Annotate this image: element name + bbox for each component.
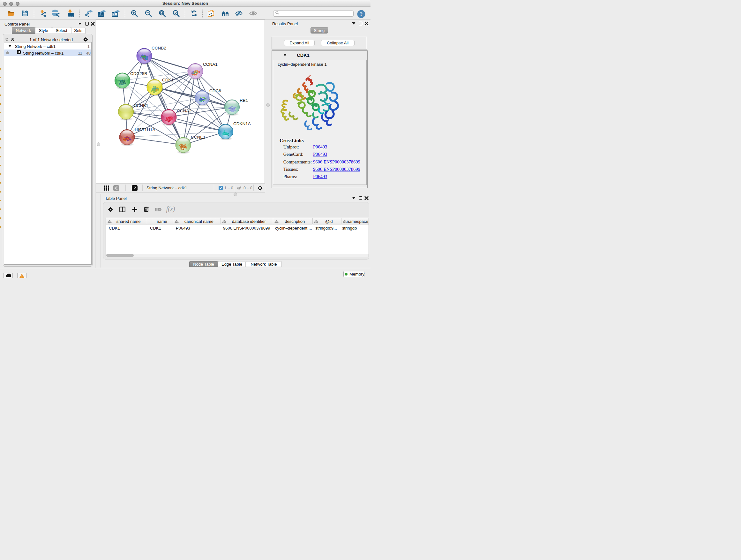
svg-text:CCNE1: CCNE1 [191,135,205,139]
svg-text:?: ? [360,11,363,17]
svg-text:HIST1H1A: HIST1H1A [135,127,155,132]
svg-text:CDKN1A: CDKN1A [233,121,251,126]
svg-text:CDC6: CDC6 [209,88,221,93]
svg-text:CCNA1: CCNA1 [203,62,218,67]
svg-text:CCNB2: CCNB2 [151,46,166,51]
svg-text:CDK1: CDK1 [162,78,174,82]
svg-text:RB1: RB1 [240,98,248,103]
svg-text:CCNB1: CCNB1 [134,103,148,108]
svg-text:CDC25B: CDC25B [130,71,147,76]
svg-text:CCNA2: CCNA2 [177,109,192,113]
